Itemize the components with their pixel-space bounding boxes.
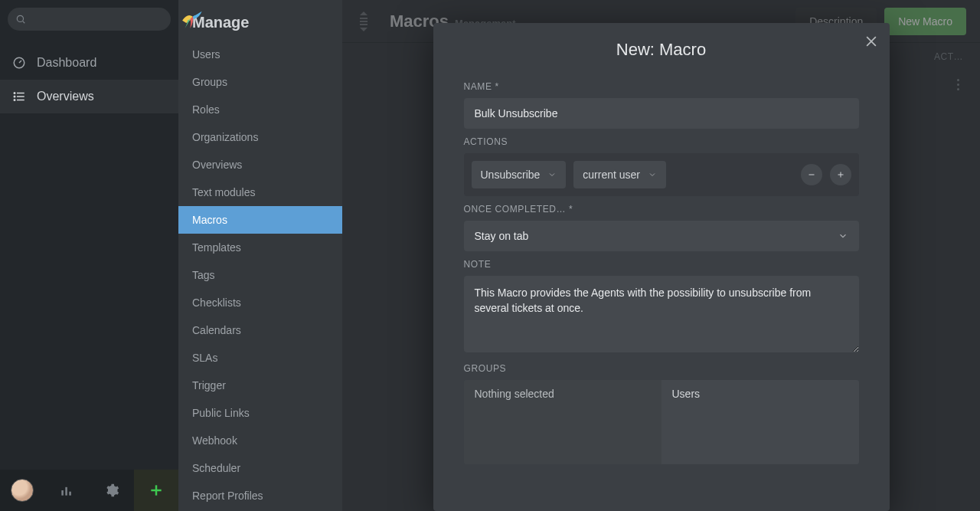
groups-left-text: Nothing selected xyxy=(475,388,554,400)
action-target-select[interactable]: current user xyxy=(573,161,666,188)
nav-item-label: Overviews xyxy=(37,90,94,103)
modal-body: NAME * ACTIONS Unsubscribe current user xyxy=(433,74,890,480)
nav-top xyxy=(0,0,178,38)
add-action-button[interactable] xyxy=(830,164,851,185)
groups-label: GROUPS xyxy=(464,363,859,374)
manage-item-report-profiles[interactable]: Report Profiles xyxy=(178,482,342,509)
chip-label: current user xyxy=(583,169,640,181)
svg-point-7 xyxy=(14,96,15,97)
stats-button[interactable] xyxy=(44,470,89,511)
close-icon xyxy=(864,34,879,49)
svg-point-8 xyxy=(14,100,15,101)
manage-item-calendars[interactable]: Calendars xyxy=(178,316,342,344)
chip-label: Unsubscribe xyxy=(481,169,541,181)
close-button[interactable] xyxy=(864,34,879,49)
manage-item-trigger[interactable]: Trigger xyxy=(178,372,342,399)
manage-item-public-links[interactable]: Public Links xyxy=(178,399,342,427)
manage-item-text-modules[interactable]: Text modules xyxy=(178,179,342,206)
minus-icon xyxy=(807,170,816,179)
manage-item-organizations[interactable]: Organizations xyxy=(178,123,342,151)
bar-chart-icon xyxy=(59,483,74,498)
actions-row: Unsubscribe current user xyxy=(464,153,859,196)
note-label: NOTE xyxy=(464,259,859,270)
nav-items: Dashboard Overviews xyxy=(0,38,178,113)
chevron-down-icon xyxy=(648,170,657,179)
manage-sidebar: Manage UsersGroupsRolesOrganizationsOver… xyxy=(178,0,342,511)
actions-label: ACTIONS xyxy=(464,136,859,147)
note-textarea[interactable] xyxy=(464,276,859,352)
name-label: NAME * xyxy=(464,81,859,92)
brand-logo xyxy=(178,6,204,32)
action-type-select[interactable]: Unsubscribe xyxy=(472,161,567,188)
manage-item-slas[interactable]: SLAs xyxy=(178,344,342,372)
svg-point-6 xyxy=(14,93,15,94)
svg-rect-9 xyxy=(62,490,64,496)
chevron-down-icon xyxy=(547,170,557,179)
groups-available-pane[interactable]: Nothing selected xyxy=(464,380,662,464)
search-icon xyxy=(15,14,26,25)
manage-list: UsersGroupsRolesOrganizationsOverviewsTe… xyxy=(178,41,342,509)
profile-avatar[interactable] xyxy=(0,470,44,511)
plus-icon xyxy=(149,483,164,498)
list-icon xyxy=(12,90,26,103)
once-label: ONCE COMPLETED… * xyxy=(464,204,859,215)
new-macro-modal: New: Macro NAME * ACTIONS Unsubscribe cu… xyxy=(433,23,890,511)
manage-item-groups[interactable]: Groups xyxy=(178,68,342,96)
modal-title: New: Macro xyxy=(433,23,890,74)
svg-point-0 xyxy=(17,15,23,21)
once-completed-select[interactable]: Stay on tab xyxy=(464,221,859,251)
svg-rect-11 xyxy=(70,492,72,496)
manage-item-templates[interactable]: Templates xyxy=(178,234,342,261)
svg-rect-10 xyxy=(66,487,68,496)
primary-nav: Dashboard Overviews xyxy=(0,0,178,511)
manage-item-users[interactable]: Users xyxy=(178,41,342,68)
add-button[interactable] xyxy=(134,470,178,511)
manage-item-scheduler[interactable]: Scheduler xyxy=(178,454,342,482)
plus-icon xyxy=(836,170,845,179)
groups-selected-pane[interactable]: Users xyxy=(662,380,859,464)
svg-line-1 xyxy=(23,21,25,24)
name-input[interactable] xyxy=(464,98,859,129)
nav-item-label: Dashboard xyxy=(37,56,96,70)
search-field[interactable] xyxy=(31,13,163,26)
groups-right-text: Users xyxy=(672,388,701,400)
chevron-down-icon xyxy=(838,231,848,241)
settings-button[interactable] xyxy=(90,470,134,511)
manage-item-tags[interactable]: Tags xyxy=(178,261,342,289)
select-value: Stay on tab xyxy=(475,230,529,242)
gear-icon xyxy=(104,483,119,498)
nav-bottom xyxy=(0,470,178,511)
manage-item-macros[interactable]: Macros xyxy=(178,206,342,234)
search-input[interactable] xyxy=(8,8,171,31)
manage-item-roles[interactable]: Roles xyxy=(178,96,342,123)
manage-item-webhook[interactable]: Webhook xyxy=(178,427,342,454)
nav-item-dashboard[interactable]: Dashboard xyxy=(0,46,178,80)
manage-item-checklists[interactable]: Checklists xyxy=(178,289,342,316)
main-content: Macros Management Description New Macro … xyxy=(342,0,980,511)
groups-dual-list: Nothing selected Users xyxy=(464,380,859,464)
manage-item-overviews[interactable]: Overviews xyxy=(178,151,342,179)
gauge-icon xyxy=(12,56,26,70)
remove-action-button[interactable] xyxy=(801,164,822,185)
nav-item-overviews[interactable]: Overviews xyxy=(0,80,178,113)
hummingbird-icon xyxy=(178,6,204,32)
avatar-icon xyxy=(11,479,34,502)
